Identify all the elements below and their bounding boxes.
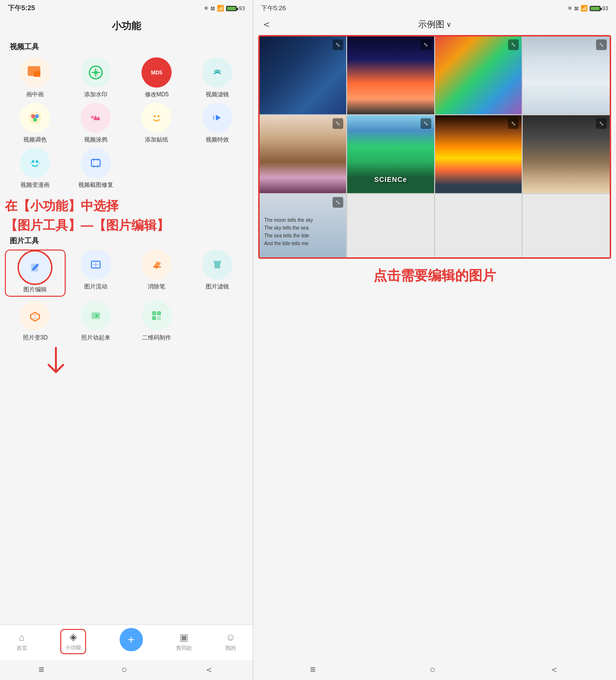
cut-icon: ▣ [179, 631, 189, 643]
video-filter-icon [202, 57, 232, 88]
right-battery-percent: 93 [602, 5, 608, 11]
left-status-icons: ✳ ⊠ 📶 93 [204, 5, 245, 12]
tool-photo-3d[interactable]: 照片变3D [5, 301, 66, 342]
gallery-cell-abstract[interactable]: ⤡ [435, 36, 522, 114]
pic-in-pic-label: 画中画 [26, 90, 44, 99]
gallery-cell-empty-3 [523, 194, 610, 257]
tool-video-paint[interactable]: 视频涂鸦 [66, 103, 126, 144]
gallery-cell-night-sky[interactable]: ⤡ [260, 36, 347, 114]
svg-rect-40 [153, 317, 155, 319]
nav-home-label: 首页 [17, 644, 27, 652]
tool-photo-move[interactable]: 照片动起来 [66, 301, 126, 342]
section-image-label: 图片工具 [0, 234, 253, 250]
menu-icon[interactable]: ≡ [38, 664, 44, 675]
img-flow-label: 图片流动 [84, 283, 107, 291]
img-edit-icon [20, 252, 50, 283]
expand-btn-2[interactable]: ⤡ [421, 39, 431, 50]
video-effect-label: 视频特效 [206, 136, 229, 144]
pic-in-pic-icon [20, 57, 50, 88]
bluetooth-icon: ✳ [204, 5, 209, 12]
eraser-label: 消除笔 [148, 283, 165, 291]
annotation-arrow [41, 343, 70, 382]
nav-features[interactable]: ◈ 小功能 [60, 629, 86, 654]
tool-img-edit[interactable]: 图片编辑 [5, 250, 66, 297]
gallery-grid: ⤡ ⤡ ⤡ ⤡ ⤡ ⤡ SCIENCe ⤡ ⤡ [260, 36, 610, 257]
svg-rect-38 [158, 312, 160, 314]
tool-video-filter[interactable]: 视频滤镜 [187, 57, 248, 99]
modify-md5-icon: MD5 [141, 57, 172, 88]
expand-btn-1[interactable]: ⤡ [333, 39, 343, 50]
battery-icon [226, 6, 237, 11]
gallery-cell-city-night[interactable]: ⤡ [347, 36, 434, 114]
right-header: ＜ 示例图 ∨ [253, 15, 616, 35]
bottom-nav: ⌂ 首页 ◈ 小功能 + ▣ 剪同款 ☺ 我的 [0, 625, 253, 660]
svg-rect-43 [158, 319, 158, 320]
tool-qrcode[interactable]: 二维码制作 [126, 301, 187, 342]
tool-pic-in-pic[interactable]: 画中画 [5, 57, 66, 99]
page-title: 小功能 [0, 15, 253, 40]
eraser-icon [141, 250, 172, 280]
svg-point-19 [36, 161, 38, 163]
expand-btn-7[interactable]: ⤡ [508, 118, 519, 129]
header-dropdown-icon[interactable]: ∨ [446, 20, 451, 28]
expand-btn-8[interactable]: ⤡ [596, 118, 607, 129]
expand-btn-3[interactable]: ⤡ [508, 39, 519, 50]
gallery-cell-woman[interactable]: ⤡ [260, 115, 347, 193]
photo-3d-label: 照片变3D [23, 334, 48, 342]
svg-rect-44 [159, 319, 160, 320]
header-title-text: 示例图 [418, 18, 444, 30]
back-button[interactable]: ＜ [261, 17, 272, 32]
gallery-cell-poem[interactable]: ⤡ The moon tells the sky The sky tells t… [260, 194, 347, 257]
gallery-cell-man[interactable]: ⤡ SCIENCe [347, 115, 434, 193]
right-battery-icon [590, 6, 600, 11]
svg-point-12 [154, 115, 156, 117]
nav-cut[interactable]: ▣ 剪同款 [176, 631, 192, 652]
tool-video-effect[interactable]: 视频特效 [187, 103, 248, 144]
qrcode-label: 二维码制作 [142, 334, 171, 342]
video-paint-icon [81, 103, 111, 133]
svg-point-13 [158, 115, 159, 117]
nav-add-button[interactable]: + [120, 628, 143, 651]
video-paint-label: 视频涂鸦 [84, 136, 107, 144]
svg-rect-1 [34, 71, 40, 77]
tool-img-flow[interactable]: 图片流动 [66, 250, 126, 297]
video-anime-label: 视频变漫画 [20, 181, 50, 189]
add-sticker-label: 添加贴纸 [145, 136, 168, 144]
back-icon[interactable]: ＜ [204, 663, 214, 676]
gallery-annotation: 点击需要编辑的图片 [253, 259, 616, 290]
expand-btn-4[interactable]: ⤡ [596, 39, 607, 50]
svg-point-6 [31, 114, 35, 118]
expand-btn-9[interactable]: ⤡ [333, 197, 343, 208]
tool-add-sticker[interactable]: 添加贴纸 [126, 103, 187, 144]
nav-home[interactable]: ⌂ 首页 [17, 632, 27, 652]
header-title-wrap: 示例图 ∨ [418, 18, 451, 30]
expand-btn-6[interactable]: ⤡ [421, 118, 431, 129]
nav-profile-label: 我的 [225, 644, 236, 652]
tool-video-crop[interactable]: 视频截图修复 [66, 148, 126, 189]
video-effect-icon [202, 103, 232, 133]
svg-point-18 [32, 161, 35, 163]
nav-cut-label: 剪同款 [176, 644, 192, 652]
wifi-icon: 📶 [217, 5, 224, 12]
svg-point-34 [150, 309, 163, 322]
expand-btn-5[interactable]: ⤡ [333, 118, 343, 129]
tool-add-watermark[interactable]: 添加水印 [66, 57, 126, 99]
img-filter-label: 图片滤镜 [206, 283, 229, 291]
gallery-cell-sunset[interactable]: ⤡ [435, 115, 522, 193]
gallery-cell-portrait[interactable]: ⤡ [523, 115, 610, 193]
home-circle-icon[interactable]: ○ [122, 664, 127, 675]
photo-move-label: 照片动起来 [81, 334, 110, 342]
tool-video-anime[interactable]: 视频变漫画 [5, 148, 66, 189]
tool-modify-md5[interactable]: MD5 修改MD5 [126, 57, 187, 99]
nav-profile[interactable]: ☺ 我的 [225, 632, 236, 652]
right-back-icon[interactable]: ＜ [549, 663, 559, 676]
right-menu-icon[interactable]: ≡ [310, 664, 316, 675]
video-anime-icon [20, 148, 50, 178]
gallery-cell-foggy[interactable]: ⤡ [523, 36, 610, 114]
tool-img-filter[interactable]: 图片滤镜 [187, 250, 248, 297]
video-filter-label: 视频滤镜 [206, 90, 229, 99]
tool-video-color[interactable]: 视频调色 [5, 103, 66, 144]
video-color-label: 视频调色 [23, 136, 47, 144]
right-home-circle-icon[interactable]: ○ [430, 664, 436, 675]
tool-eraser[interactable]: 消除笔 [126, 250, 187, 297]
